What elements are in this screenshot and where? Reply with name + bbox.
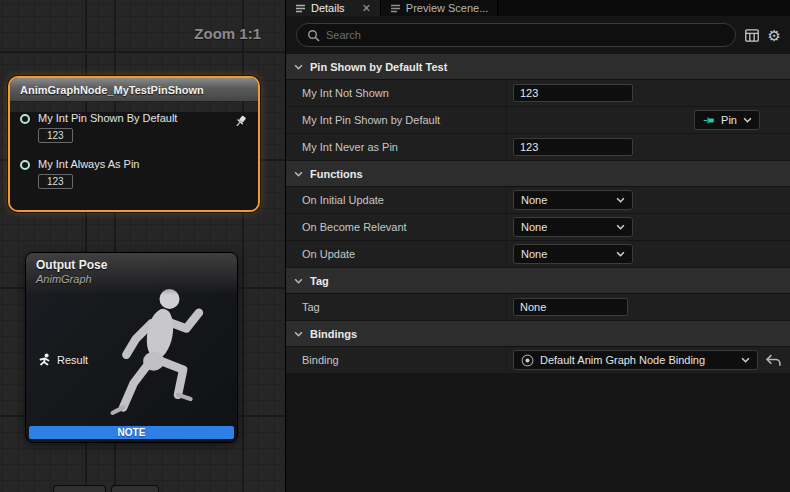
partial-node[interactable] <box>111 485 159 492</box>
on-become-relevant-dropdown[interactable]: None <box>513 217 633 237</box>
zoom-level-label: Zoom 1:1 <box>194 25 261 42</box>
section-header-pin-shown[interactable]: Pin Shown by Default Test <box>286 54 790 80</box>
int-pin-icon[interactable] <box>20 160 30 170</box>
pin-value-field[interactable]: 123 <box>38 128 73 143</box>
property-label: My Int Not Shown <box>286 80 506 106</box>
details-toolbar: ⚙ <box>286 16 790 54</box>
tab-details[interactable]: Details ✕ <box>286 0 381 16</box>
pin-row: My Int Always As Pin 123 <box>10 158 258 189</box>
preview-scene-tab-icon <box>390 3 401 14</box>
property-row: Tag <box>286 294 790 321</box>
node-body: My Int Pin Shown By Default 123 <box>10 112 258 212</box>
node-subtitle: AnimGraph <box>36 273 237 285</box>
on-update-dropdown[interactable]: None <box>513 244 633 264</box>
property-sections: Pin Shown by Default Test My Int Not Sho… <box>286 54 790 374</box>
note-bar[interactable]: NOTE <box>29 426 234 439</box>
search-input[interactable] <box>326 29 725 41</box>
pin-icon <box>702 114 715 127</box>
property-label: My Int Pin Shown by Default <box>286 107 506 133</box>
pin-value-field[interactable]: 123 <box>38 174 73 189</box>
node-header[interactable]: AnimGraphNode_MyTestPinShown <box>10 78 258 102</box>
result-pin-row[interactable]: Result <box>38 353 88 366</box>
property-row: My Int Not Shown <box>286 80 790 107</box>
pushpin-icon[interactable] <box>233 114 248 133</box>
tag-input[interactable] <box>513 298 628 316</box>
section-header-bindings[interactable]: Bindings <box>286 321 790 347</box>
property-row: On Become Relevant None <box>286 214 790 241</box>
anim-graph-canvas[interactable]: Zoom 1:1 AnimGraphNode_MyTestPinShown My… <box>0 0 285 492</box>
details-tab-icon <box>295 3 306 14</box>
details-panel: Details ✕ Preview Scene... <box>285 0 790 492</box>
tabbar-spacer <box>498 0 790 16</box>
mannequin-image <box>85 279 235 437</box>
property-row: On Initial Update None <box>286 187 790 214</box>
chevron-down-icon <box>616 197 625 203</box>
display-settings-icon[interactable] <box>745 29 759 42</box>
my-int-never-as-pin-input[interactable] <box>513 138 633 156</box>
pin-label: My Int Always As Pin <box>38 158 139 170</box>
chevron-down-icon <box>294 64 303 70</box>
property-label: On Become Relevant <box>286 214 506 240</box>
tab-bar: Details ✕ Preview Scene... <box>286 0 790 16</box>
chevron-down-icon <box>294 278 303 284</box>
property-row: On Update None <box>286 241 790 268</box>
search-icon <box>307 29 320 42</box>
chevron-down-icon <box>741 357 750 363</box>
property-label: On Initial Update <box>286 187 506 213</box>
node-header[interactable]: Output Pose AnimGraph <box>26 253 237 295</box>
chevron-down-icon <box>743 117 752 123</box>
property-row: My Int Pin Shown by Default Pin <box>286 107 790 134</box>
property-label: Binding <box>286 347 506 373</box>
int-pin-icon[interactable] <box>20 114 30 124</box>
section-header-tag[interactable]: Tag <box>286 268 790 294</box>
tab-preview-scene[interactable]: Preview Scene... <box>381 0 499 16</box>
graph-node-output-pose[interactable]: Output Pose AnimGraph Result NOTE <box>25 252 238 443</box>
property-label: Tag <box>286 294 506 320</box>
pin-label: My Int Pin Shown By Default <box>38 112 177 124</box>
binding-dropdown[interactable]: Default Anim Graph Node Binding <box>513 350 758 370</box>
property-row: Binding Default Anim Graph Node Binding <box>286 347 790 374</box>
my-int-not-shown-input[interactable] <box>513 84 633 102</box>
unreal-anim-blueprint-editor: Zoom 1:1 AnimGraphNode_MyTestPinShown My… <box>0 0 790 492</box>
node-title: Output Pose <box>36 258 237 272</box>
property-label: On Update <box>286 241 506 267</box>
pose-pin-icon <box>38 353 51 366</box>
chevron-down-icon <box>294 331 303 337</box>
binding-class-icon <box>521 354 534 367</box>
reset-to-default-icon[interactable] <box>766 354 781 367</box>
result-pin-label: Result <box>57 354 88 366</box>
chevron-down-icon <box>616 251 625 257</box>
close-icon[interactable]: ✕ <box>362 3 371 14</box>
partial-node[interactable] <box>53 485 106 492</box>
property-row: My Int Never as Pin <box>286 134 790 161</box>
section-header-functions[interactable]: Functions <box>286 161 790 187</box>
pin-visibility-dropdown[interactable]: Pin <box>694 110 760 130</box>
search-box[interactable] <box>296 23 736 47</box>
chevron-down-icon <box>294 171 303 177</box>
chevron-down-icon <box>616 224 625 230</box>
gear-icon[interactable]: ⚙ <box>768 28 781 43</box>
graph-node-mytestpinshown[interactable]: AnimGraphNode_MyTestPinShown My Int Pin … <box>8 76 260 212</box>
node-title: AnimGraphNode_MyTestPinShown <box>20 84 204 96</box>
property-label: My Int Never as Pin <box>286 134 506 160</box>
on-initial-update-dropdown[interactable]: None <box>513 190 633 210</box>
pin-row: My Int Pin Shown By Default 123 <box>10 112 258 143</box>
